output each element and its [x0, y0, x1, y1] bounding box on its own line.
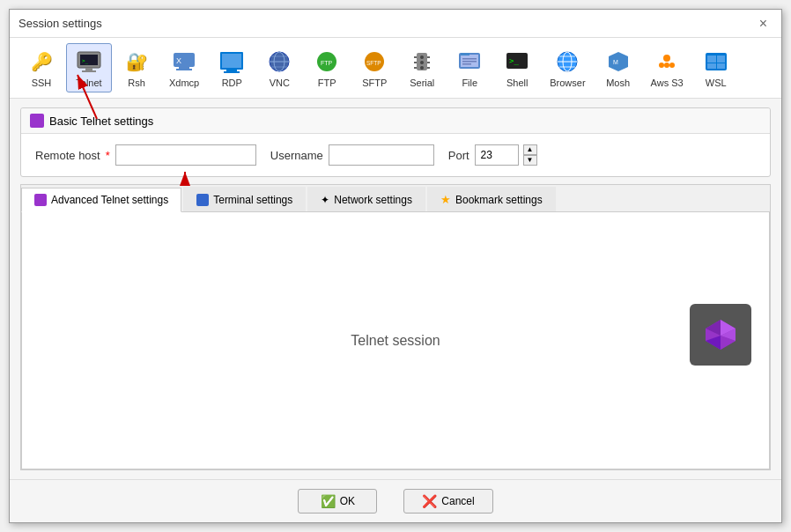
svg-point-49 — [664, 63, 669, 68]
tab-network[interactable]: ✦ Network settings — [307, 187, 425, 211]
footer: ✅ OK ❌ Cancel — [10, 479, 781, 522]
vnc-label: VNC — [270, 78, 290, 88]
xdmcp-icon: X — [170, 48, 198, 76]
protocol-rsh[interactable]: 🔐 Rsh — [114, 43, 159, 92]
svg-marker-45 — [609, 52, 628, 71]
tab-bookmark[interactable]: ★ Bookmark settings — [427, 187, 556, 211]
ftp-icon: FTP — [313, 48, 341, 76]
svg-point-23 — [420, 55, 424, 59]
rsh-label: Rsh — [128, 78, 145, 88]
tab-advanced-telnet[interactable]: Advanced Telnet settings — [21, 188, 181, 212]
protocol-awss3[interactable]: Aws S3 — [643, 43, 691, 92]
username-input[interactable] — [329, 144, 434, 166]
port-down-button[interactable]: ▼ — [523, 155, 537, 166]
protocol-ftp[interactable]: FTP FTP — [304, 43, 350, 92]
protocol-telnet[interactable]: >_ Telnet — [66, 43, 112, 92]
port-group: Port ▲ ▼ — [448, 144, 537, 166]
svg-rect-26 — [414, 56, 417, 58]
port-input[interactable] — [475, 144, 519, 166]
rdp-label: RDP — [222, 78, 242, 88]
close-button[interactable]: × — [754, 15, 773, 33]
protocol-sftp[interactable]: SFTP SFTP — [351, 43, 397, 92]
ok-label: OK — [340, 495, 355, 507]
protocol-mosh[interactable]: M Mosh — [595, 43, 641, 92]
svg-rect-2 — [85, 68, 92, 70]
tab-bookmark-label: Bookmark settings — [455, 194, 543, 206]
svg-rect-27 — [414, 62, 417, 63]
tabs-container: Advanced Telnet settings Terminal settin… — [20, 184, 771, 470]
svg-text:SFTP: SFTP — [366, 60, 381, 66]
file-label: File — [462, 78, 477, 88]
ssh-label: SSH — [32, 78, 52, 88]
svg-rect-11 — [226, 70, 237, 71]
protocol-vnc[interactable]: VNC — [256, 43, 302, 92]
port-up-button[interactable]: ▲ — [523, 144, 537, 155]
telnet-icon: >_ — [75, 48, 103, 76]
ftp-label: FTP — [318, 78, 336, 88]
vnc-icon — [265, 48, 293, 76]
ok-button[interactable]: ✅ OK — [298, 489, 377, 514]
svg-rect-8 — [176, 69, 192, 70]
svg-point-25 — [420, 66, 424, 70]
sftp-label: SFTP — [362, 78, 387, 88]
protocol-shell[interactable]: >_ Shell — [494, 43, 540, 92]
svg-point-48 — [659, 63, 664, 68]
svg-text:M: M — [613, 59, 618, 65]
basic-settings-panel: Basic Telnet settings Remote host * User… — [20, 107, 771, 177]
username-label: Username — [270, 149, 323, 162]
panel-header-label: Basic Telnet settings — [49, 115, 153, 128]
protocol-ssh[interactable]: 🔑 SSH — [18, 43, 64, 92]
wsl-icon — [702, 48, 730, 76]
protocol-bar: 🔑 SSH >_ Telnet 🔐 Rsh — [10, 38, 781, 99]
panel-content: Remote host * Username Port ▲ ▼ — [21, 134, 770, 176]
browser-icon — [553, 48, 581, 76]
protocol-browser[interactable]: Browser — [542, 43, 593, 92]
xdmcp-label: Xdmcp — [169, 78, 199, 88]
session-settings-window: Session settings × 🔑 SSH >_ Telnet — [9, 9, 782, 523]
serial-icon — [408, 48, 436, 76]
panel-header-icon — [30, 114, 44, 128]
cancel-label: Cancel — [441, 495, 474, 507]
shell-label: Shell — [506, 78, 528, 88]
remote-host-group: Remote host * — [35, 144, 256, 166]
svg-rect-52 — [707, 55, 716, 63]
sftp-icon: SFTP — [360, 48, 388, 76]
tab-terminal[interactable]: Terminal settings — [183, 187, 306, 211]
protocol-xdmcp[interactable]: X Xdmcp — [161, 43, 207, 92]
browser-label: Browser — [550, 78, 585, 88]
svg-rect-10 — [222, 54, 241, 68]
protocol-wsl[interactable]: WSL — [693, 43, 739, 92]
terminal-icon — [196, 194, 209, 206]
svg-rect-54 — [707, 63, 716, 69]
svg-point-50 — [669, 63, 675, 68]
protocol-serial[interactable]: Serial — [399, 43, 445, 92]
awss3-label: Aws S3 — [651, 78, 684, 88]
shell-icon: >_ — [503, 48, 531, 76]
svg-rect-3 — [82, 70, 96, 72]
svg-point-47 — [663, 55, 670, 62]
cancel-icon: ❌ — [422, 494, 437, 508]
protocol-rdp[interactable]: RDP — [209, 43, 255, 92]
port-label: Port — [448, 149, 469, 162]
window-title: Session settings — [18, 17, 102, 30]
username-group: Username — [270, 144, 434, 166]
ok-icon: ✅ — [321, 494, 336, 508]
svg-text:>_: >_ — [509, 56, 519, 65]
file-icon — [455, 48, 484, 76]
cancel-button[interactable]: ❌ Cancel — [403, 489, 492, 514]
svg-point-24 — [420, 61, 424, 64]
rdp-icon — [218, 48, 246, 76]
svg-rect-55 — [717, 63, 725, 69]
svg-rect-36 — [462, 61, 477, 63]
protocol-file[interactable]: File — [447, 43, 492, 92]
svg-rect-53 — [717, 55, 725, 63]
session-icon — [690, 304, 751, 366]
remote-host-input[interactable] — [115, 144, 256, 166]
session-label: Telnet session — [351, 333, 440, 349]
network-icon: ✦ — [321, 194, 329, 206]
awss3-icon — [653, 48, 681, 76]
wsl-label: WSL — [706, 78, 727, 88]
svg-text:>_: >_ — [82, 57, 89, 64]
svg-rect-7 — [179, 67, 189, 69]
svg-rect-29 — [427, 56, 430, 58]
